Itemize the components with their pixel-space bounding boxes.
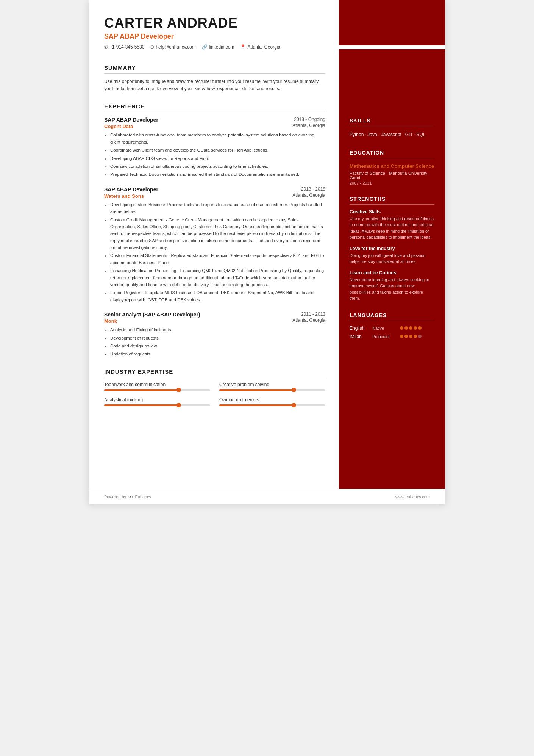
expertise-bar-fill-3: [104, 404, 181, 406]
email-icon: ⊙: [150, 44, 154, 50]
expertise-item-4: Owning up to errors: [219, 397, 325, 406]
expertise-label-4: Owning up to errors: [219, 397, 325, 402]
job-2-date: 2013 - 2018: [301, 186, 325, 192]
experience-section: EXPERIENCE SAP ABAP Developer 2018 - Ong…: [104, 103, 325, 357]
dot: [418, 335, 422, 338]
resume-page: CARTER ANDRADE SAP ABAP Developer ✆ +1-9…: [89, 0, 445, 504]
footer-brand: Enhancv: [135, 495, 151, 499]
job-1-sub: Cogent Data Atlanta, Georgia: [104, 123, 325, 129]
lang-item-italian: Italian Proficient: [350, 334, 434, 339]
phone-number: +1-914-345-5530: [109, 44, 144, 50]
left-column: SUMMARY Use this opportunity to intrigue…: [89, 49, 339, 504]
expertise-dot-1: [176, 388, 181, 392]
enhancv-logo-icon: ∞: [128, 493, 133, 500]
powered-by-text: Powered by: [104, 495, 126, 499]
job-2-bullets: Developing custom Business Process tools…: [104, 201, 325, 303]
lang-item-english: English Native: [350, 326, 434, 331]
job-3-location: Atlanta, Georgia: [292, 318, 325, 323]
header-section: CARTER ANDRADE SAP ABAP Developer ✆ +1-9…: [89, 0, 339, 59]
expertise-item-2: Creative problem solving: [219, 382, 325, 391]
strength-name-1: Creative Skills: [350, 209, 434, 214]
summary-section: SUMMARY Use this opportunity to intrigue…: [104, 64, 325, 92]
job-3: Senior Analyst (SAP ABAP Developer) 2011…: [104, 311, 325, 358]
edu-school-1: Faculty of Science - Menoufia University…: [350, 171, 434, 180]
strengths-title: STRENGTHS: [350, 196, 434, 205]
skills-section: SKILLS Python · Java · Javascript · GIT …: [350, 117, 434, 139]
lang-dots-english: [400, 326, 422, 330]
edu-degree-1: Mathematics and Computer Science: [350, 163, 434, 170]
bullet-item: Prepared Technical Documentation and Ens…: [110, 171, 325, 178]
dot: [414, 326, 417, 330]
summary-text: Use this opportunity to intrigue and dra…: [104, 78, 325, 92]
dot: [404, 335, 408, 338]
bullet-item: Custom Financial Statements - Replicated…: [110, 252, 325, 266]
candidate-title: SAP ABAP Developer: [104, 33, 324, 41]
expertise-dot-3: [176, 403, 181, 407]
strength-item-3: Learn and be Curious Never done learning…: [350, 270, 434, 302]
email-item: ⊙ help@enhancv.com: [150, 44, 195, 50]
expertise-label-3: Analystical thinking: [104, 397, 210, 402]
strength-name-3: Learn and be Curious: [350, 270, 434, 275]
bullet-item: Development of requests: [110, 335, 325, 341]
expertise-bar-bg-1: [104, 389, 210, 391]
job-3-title: Senior Analyst (SAP ABAP Developer): [104, 311, 200, 318]
expertise-title: INDUSTRY EXPERTISE: [104, 368, 325, 377]
lang-name-english: English: [350, 326, 369, 331]
job-3-company: Monk: [104, 318, 117, 324]
job-2-location: Atlanta, Georgia: [292, 193, 325, 198]
strength-desc-3: Never done learning and always seeking t…: [350, 277, 434, 302]
strength-desc-1: Use my creative thinking and resourceful…: [350, 216, 434, 241]
education-title: EDUCATION: [350, 150, 434, 158]
expertise-bar-fill-1: [104, 389, 181, 391]
bullet-item: Developing ABAP CDS views for Reports an…: [110, 155, 325, 162]
expertise-grid: Teamwork and communication Creative prob…: [104, 382, 325, 406]
job-1-title: SAP ABAP Developer: [104, 117, 158, 123]
job-2-company: Waters and Sons: [104, 193, 144, 199]
job-2-sub: Waters and Sons Atlanta, Georgia: [104, 193, 325, 199]
footer-website: www.enhancv.com: [395, 495, 430, 499]
strength-item-2: Love for the Industry Doing my job with …: [350, 246, 434, 265]
skills-list: Python · Java · Javascript · GIT · SQL: [350, 131, 434, 139]
footer-logo: Powered by ∞ Enhancv: [104, 493, 151, 500]
job-1: SAP ABAP Developer 2018 - Ongoing Cogent…: [104, 117, 325, 178]
job-2-title: SAP ABAP Developer: [104, 186, 158, 193]
dot: [404, 326, 408, 330]
bullet-item: Coordinate with Client team and develop …: [110, 147, 325, 153]
job-3-sub: Monk Atlanta, Georgia: [104, 318, 325, 324]
strengths-section: STRENGTHS Creative Skills Use my creativ…: [350, 196, 434, 302]
expertise-item-1: Teamwork and communication: [104, 382, 210, 391]
expertise-item-3: Analystical thinking: [104, 397, 210, 406]
expertise-bar-fill-4: [219, 404, 296, 406]
bullet-item: Collaborated with cross-functional team …: [110, 131, 325, 146]
footer: Powered by ∞ Enhancv www.enhancv.com: [89, 489, 445, 504]
bullet-item: Export Register - To update MEIS License…: [110, 289, 325, 303]
job-3-header: Senior Analyst (SAP ABAP Developer) 2011…: [104, 311, 325, 318]
candidate-name: CARTER ANDRADE: [104, 15, 324, 31]
expertise-label-1: Teamwork and communication: [104, 382, 210, 387]
bullet-item: Analysis and Fixing of incidents: [110, 326, 325, 333]
summary-title: SUMMARY: [104, 64, 325, 74]
red-accent-bar: [339, 0, 445, 45]
job-2-header: SAP ABAP Developer 2013 - 2018: [104, 186, 325, 193]
location-icon: 📍: [240, 44, 246, 50]
job-1-company: Cogent Data: [104, 124, 133, 129]
main-content: SUMMARY Use this opportunity to intrigue…: [89, 49, 445, 504]
job-3-date: 2011 - 2013: [301, 311, 325, 317]
expertise-label-2: Creative problem solving: [219, 382, 325, 387]
lang-level-italian: Proficient: [372, 334, 397, 339]
job-1-date: 2018 - Ongoing: [294, 117, 325, 122]
industry-expertise-section: INDUSTRY EXPERTISE Teamwork and communic…: [104, 368, 325, 406]
dot: [400, 326, 403, 330]
strength-name-2: Love for the Industry: [350, 246, 434, 251]
right-column: SKILLS Python · Java · Javascript · GIT …: [339, 49, 445, 504]
bullet-item: Updation of requests: [110, 351, 325, 357]
languages-title: LANGUAGES: [350, 312, 434, 321]
skills-title: SKILLS: [350, 117, 434, 126]
dot: [414, 335, 417, 338]
phone-item: ✆ +1-914-345-5530: [104, 44, 144, 50]
expertise-bar-fill-2: [219, 389, 296, 391]
expertise-bar-bg-4: [219, 404, 325, 406]
location-item: 📍 Atlanta, Georgia: [240, 44, 280, 50]
bullet-item: Developing custom Business Process tools…: [110, 201, 325, 215]
bullet-item: Oversaw completion of simultaneous codin…: [110, 163, 325, 170]
